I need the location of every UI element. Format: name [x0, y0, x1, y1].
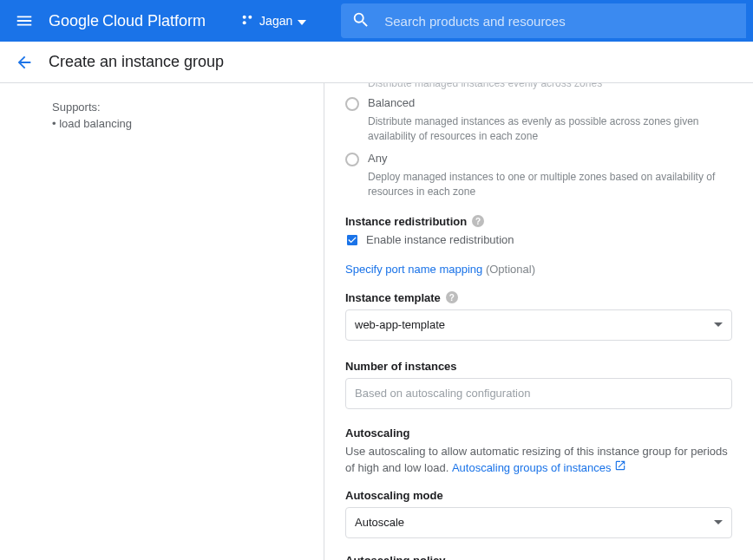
radio-any[interactable] [345, 153, 359, 166]
redistribution-checkbox-row[interactable]: Enable instance redistribution [345, 233, 732, 247]
num-instances-input [355, 379, 723, 408]
autoscaling-policy-label: Autoscaling policy [345, 554, 732, 560]
radio-balanced-desc: Distribute managed instances as evenly a… [368, 114, 732, 144]
help-icon[interactable]: ? [446, 291, 458, 303]
num-instances-field[interactable] [345, 378, 732, 409]
num-instances-label: Number of instances [345, 360, 732, 373]
main-form: Distribute managed instances evenly acro… [324, 83, 753, 560]
supports-item: • load balancing [52, 117, 303, 130]
chevron-down-icon [714, 322, 723, 327]
radio-any-label: Any [368, 152, 387, 165]
svg-point-0 [243, 15, 246, 18]
autoscaling-description: Use autoscaling to allow automatic resiz… [345, 443, 732, 477]
redistribution-checkbox[interactable] [345, 233, 359, 247]
port-mapping-optional: (Optional) [486, 263, 535, 276]
instance-redistribution-label: Instance redistribution ? [345, 215, 732, 228]
page-title: Create an instance group [49, 53, 224, 71]
subheader: Create an instance group [0, 42, 753, 83]
radio-balanced-label: Balanced [368, 96, 415, 109]
dropdown-icon [298, 14, 306, 28]
instance-template-label: Instance template ? [345, 291, 732, 304]
autoscaling-heading: Autoscaling [345, 427, 732, 440]
search-bar[interactable] [341, 3, 746, 38]
help-icon[interactable]: ? [472, 215, 484, 227]
gcp-logo[interactable]: Google Cloud Platform [49, 12, 206, 30]
instance-template-value: web-app-template [355, 318, 445, 331]
distribution-even-desc: Distribute managed instances evenly acro… [368, 83, 732, 91]
project-name: Jagan [259, 14, 292, 28]
redistribution-checkbox-label: Enable instance redistribution [366, 233, 514, 246]
radio-balanced[interactable] [345, 97, 359, 111]
project-selector[interactable]: Jagan [230, 13, 317, 29]
svg-point-1 [248, 15, 252, 18]
svg-point-2 [243, 21, 246, 24]
top-bar: Google Cloud Platform Jagan [0, 0, 753, 42]
radio-any-desc: Deploy managed instances to one or multi… [368, 170, 732, 199]
instance-template-select[interactable]: web-app-template [345, 309, 732, 341]
logo-text-rest: Cloud Platform [102, 12, 206, 30]
project-dots-icon [240, 13, 254, 29]
autoscaling-mode-label: Autoscaling mode [345, 489, 732, 502]
search-icon [351, 10, 370, 32]
autoscaling-mode-select[interactable]: Autoscale [345, 507, 732, 538]
supports-label: Supports: [52, 101, 303, 114]
port-mapping-link[interactable]: Specify port name mapping [345, 263, 482, 276]
back-arrow-icon[interactable] [14, 52, 35, 73]
chevron-down-icon [714, 520, 723, 524]
autoscaling-groups-link[interactable]: Autoscaling groups of instances [452, 459, 627, 477]
autoscaling-mode-value: Autoscale [355, 516, 404, 529]
sidebar: Supports: • load balancing [0, 83, 324, 560]
radio-any-row[interactable]: Any [345, 152, 732, 166]
menu-icon[interactable] [7, 3, 42, 38]
radio-balanced-row[interactable]: Balanced [345, 96, 732, 111]
logo-text-light: Google [49, 12, 99, 30]
port-mapping-row: Specify port name mapping (Optional) [345, 263, 732, 276]
search-input[interactable] [384, 14, 736, 29]
external-link-icon [614, 459, 626, 477]
